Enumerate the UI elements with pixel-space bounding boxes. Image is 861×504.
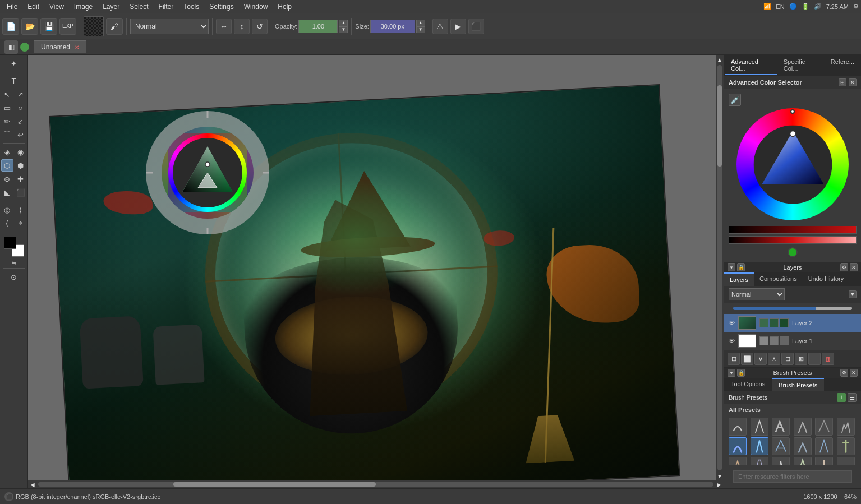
brush-thumb-18[interactable]	[837, 457, 855, 465]
scroll-left-button[interactable]: ◀	[28, 480, 37, 488]
menu-layer[interactable]: Layer	[98, 2, 124, 12]
big-color-wheel[interactable]	[736, 108, 849, 220]
tool-brush[interactable]: ⬡	[1, 159, 13, 172]
opacity-up-button[interactable]: ▲	[339, 20, 348, 26]
tab-undo-history[interactable]: Undo History	[803, 272, 850, 286]
layers-lock-btn[interactable]: 🔒	[737, 263, 745, 271]
brush-thumb-16[interactable]	[794, 457, 812, 465]
scroll-right-button[interactable]: ▶	[715, 480, 724, 488]
canvas-area[interactable]: ◀ ▶ ▲ ▼	[28, 55, 724, 488]
brush-thumb-8[interactable]	[751, 437, 768, 455]
brush-thumb-14[interactable]	[751, 457, 768, 465]
canvas-options-button[interactable]: ◧	[4, 40, 18, 54]
menu-view[interactable]: View	[45, 2, 68, 12]
tool-pan[interactable]: ◎	[1, 204, 13, 216]
tab-compositions[interactable]: Compositions	[754, 272, 803, 286]
swap-colors-button[interactable]: ⇆	[12, 260, 16, 266]
tab-close-button[interactable]: ✕	[75, 44, 79, 50]
clip-layer-button[interactable]: ⊟	[781, 353, 794, 365]
export-button[interactable]: EXP	[59, 18, 76, 35]
brush-thumb-11[interactable]	[815, 437, 833, 455]
layer-row-2[interactable]: 👁 Layer 2	[724, 314, 861, 332]
flip-v-button[interactable]: ↕	[234, 19, 250, 34]
move-layer-down-button[interactable]: ∨	[754, 353, 767, 365]
eyedropper-button[interactable]: 💉	[729, 94, 741, 106]
tool-asterisk[interactable]: ✦	[8, 57, 20, 70]
tool-polygon-select[interactable]: ↙	[15, 115, 27, 127]
tool-path[interactable]: ⌒	[1, 128, 13, 141]
merge-layer-button[interactable]: ⊠	[795, 353, 807, 365]
blend-mode-select[interactable]: Normal Multiply Screen Overlay	[130, 19, 209, 34]
move-layer-up-button[interactable]: ∧	[768, 353, 780, 365]
tool-mirror[interactable]: ⟨	[1, 217, 13, 229]
brush-thumb-17[interactable]	[815, 457, 833, 465]
tab-reference[interactable]: Refere...	[825, 56, 860, 75]
tool-smudge[interactable]: ⊕	[1, 173, 13, 185]
brush-thumb-12[interactable]	[837, 437, 855, 455]
panel-close-button[interactable]: ✕	[849, 78, 857, 86]
color-wheel-overlay[interactable]	[146, 111, 269, 234]
layer-options-button[interactable]: ≡	[808, 353, 821, 365]
tool-shape[interactable]: ↩	[15, 128, 27, 141]
menu-settings[interactable]: Settings	[205, 2, 238, 12]
menu-image[interactable]: Image	[70, 2, 97, 12]
brush-thumb-13[interactable]	[729, 457, 747, 465]
new-file-button[interactable]: 📄	[2, 18, 19, 35]
tab-specific-color[interactable]: Specific Col...	[778, 56, 825, 75]
brush-panel-close[interactable]: ✕	[850, 369, 858, 377]
brush-thumb-9[interactable]	[772, 437, 790, 455]
open-file-button[interactable]: 📂	[21, 18, 38, 35]
brush-thumb-1[interactable]	[729, 418, 747, 436]
tool-rotate[interactable]: ⟩	[15, 204, 27, 216]
tool-text[interactable]: T	[8, 75, 20, 87]
scroll-down-button[interactable]: ▼	[716, 471, 724, 480]
v-scrollbar-thumb[interactable]	[717, 85, 722, 167]
duplicate-layer-button[interactable]: ⬜	[741, 353, 753, 365]
layers-close-btn[interactable]: ✕	[850, 263, 858, 271]
add-brush-button[interactable]: +	[837, 393, 846, 402]
tool-eraser[interactable]: ⬢	[15, 159, 27, 172]
brush-thumb-10[interactable]	[794, 437, 812, 455]
delete-layer-button[interactable]: 🗑	[822, 353, 834, 365]
brush-filter-input[interactable]	[733, 470, 852, 483]
size-up-button[interactable]: ▲	[416, 20, 425, 26]
menu-file[interactable]: File	[2, 2, 22, 12]
tool-fill[interactable]: ◈	[1, 146, 13, 158]
menu-help[interactable]: Help	[273, 2, 296, 12]
save-button[interactable]: 💾	[40, 18, 57, 35]
flip-h-button[interactable]: ↔	[216, 19, 232, 34]
brush-thumb-5[interactable]	[815, 418, 833, 436]
menu-select[interactable]: Select	[125, 2, 153, 12]
menu-edit[interactable]: Edit	[23, 2, 44, 12]
layers-panel-arrow[interactable]: ▼	[728, 263, 735, 271]
tool-select-rect[interactable]: ↖	[1, 88, 13, 100]
pattern-icon-btn[interactable]	[84, 16, 104, 36]
tool-zoom[interactable]: ⬛	[15, 186, 27, 198]
layers-opacity-slider[interactable]	[733, 307, 852, 310]
tab-brush-presets[interactable]: Brush Presets	[772, 378, 824, 391]
brush-panel-lock[interactable]: 🔒	[737, 369, 745, 377]
warning-button[interactable]: ⚠	[432, 19, 448, 34]
tool-transform[interactable]: ⊙	[8, 271, 20, 283]
painting-canvas[interactable]	[49, 84, 680, 488]
mirror-button[interactable]: ⬛	[468, 19, 484, 34]
brush-thumb-4[interactable]	[794, 418, 812, 436]
opacity-down-button[interactable]: ▼	[339, 26, 348, 33]
panel-detach-button[interactable]: ⊞	[839, 78, 846, 86]
layer-row-1[interactable]: 👁 Layer 1	[724, 332, 861, 350]
document-tab[interactable]: Unnamed ✕	[34, 40, 86, 53]
horizontal-scrollbar[interactable]: ◀ ▶	[28, 480, 724, 488]
layers-settings-btn[interactable]: ⚙	[840, 263, 848, 271]
scroll-up-button[interactable]: ▲	[716, 55, 724, 64]
brush-thumb-2[interactable]	[751, 418, 768, 436]
brush-thumb-7[interactable]	[729, 437, 747, 455]
brush-thumb-15[interactable]	[772, 457, 790, 465]
tool-rect-select[interactable]: ▭	[1, 101, 13, 114]
tab-advanced-color[interactable]: Advanced Col...	[725, 56, 777, 75]
tool-colorpick[interactable]: ◣	[1, 186, 13, 198]
h-scrollbar-thumb[interactable]	[173, 482, 376, 487]
tool-crop[interactable]: ⌖	[15, 217, 27, 229]
brush-tool-button[interactable]: 🖌	[106, 18, 123, 35]
tool-select-move[interactable]: ↗	[15, 88, 27, 100]
menu-window[interactable]: Window	[240, 2, 273, 12]
